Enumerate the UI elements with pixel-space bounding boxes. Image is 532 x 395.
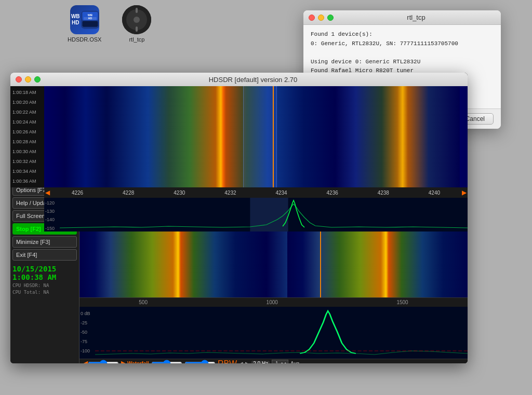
right-db-axis: 0 dB -25 -50 -75 -100 -125 -150: [81, 309, 96, 359]
smeter-area: -40 -20 +20 +40 S-Meter Squelch: [10, 86, 79, 156]
minimize-button[interactable]: [318, 15, 324, 21]
mode-am[interactable]: AM: [82, 88, 96, 96]
mode-fm[interactable]: FM: [115, 88, 128, 96]
afc-button[interactable]: AFC: [144, 173, 162, 182]
log-line-2: [311, 48, 494, 58]
wf-pos-slider-bot[interactable]: [88, 361, 119, 364]
mode-cw[interactable]: CW: [178, 88, 193, 96]
mode-ecs[interactable]: ECS: [97, 88, 114, 96]
freq-4230: 4230: [174, 190, 185, 196]
tune-freq-row: Tune 0004.234.300 ExtIO: [79, 119, 468, 141]
hdsdr-app-icon: WB HD: [70, 5, 99, 34]
soundcard-button[interactable]: Soundcard [F5]: [12, 158, 77, 170]
freq-4234: 4234: [275, 190, 287, 196]
hdsdr-main-window: HDSDR [default] version 2.70: [10, 73, 468, 363]
cpu-info: CPU HDSDR: NA CPU Total: NA: [10, 282, 79, 295]
waterfall-label-bot: Waterfall: [127, 361, 149, 363]
log-line-3: Using device 0: Generic RTL2832U: [311, 58, 494, 67]
agc-thresh-label: AGC Thresh.: [83, 150, 124, 156]
top-spectrum-display: -120 -130 -140 -150: [44, 198, 468, 231]
wf-stop-btn-bot[interactable]: ▶: [245, 361, 249, 363]
extio-button[interactable]: ExtIO: [444, 126, 464, 135]
volume-slider[interactable]: [126, 142, 464, 148]
top-db-130: -130: [45, 207, 55, 215]
svg-rect-5: [82, 21, 98, 26]
tune-freq-line: [320, 225, 321, 297]
pause-button[interactable]: ⏸: [110, 159, 125, 170]
zoom-button[interactable]: [327, 15, 334, 21]
svg-point-8: [134, 17, 140, 23]
bandwidth-button[interactable]: Bandwidth [F6]: [12, 171, 77, 183]
lo-indicator: A: [99, 104, 107, 113]
waterfall-ctrl-bot: ◀ ▶ Waterfall RBW ◀ ▶ 2.0 Hz 124 Avg: [79, 359, 468, 363]
db-0: 0 dB: [81, 309, 96, 318]
rbw-value-bot: 2.0 Hz: [251, 361, 270, 363]
lo-freq-row: LO A 0004.200.000 FreqMgr: [79, 98, 468, 119]
mode-drm[interactable]: DRM: [193, 88, 211, 96]
exit-button[interactable]: Exit [F4]: [12, 249, 77, 261]
db-50: -50: [81, 328, 96, 337]
mode-lsb[interactable]: LSB: [142, 88, 158, 96]
svg-text:-40: -40: [19, 131, 24, 135]
freq-tick-1: 1000: [267, 299, 278, 305]
desktop-icons-area: WB HD HDSDR.OSX rtl_tcp: [68, 5, 151, 43]
freqmgr-button[interactable]: FreqMgr: [437, 104, 464, 113]
desktop-icon-hdsdr[interactable]: WB HD HDSDR.OSX: [68, 5, 101, 43]
svg-text:WB: WB: [88, 13, 92, 17]
top-db-120: -120: [45, 199, 55, 207]
left-freq-arrow[interactable]: ◀: [45, 189, 50, 196]
volume-label: Volume: [83, 143, 124, 148]
freq-4232: 4232: [224, 190, 236, 196]
nb-if-button[interactable]: NB IF: [122, 173, 143, 182]
hdsdr-zoom-button[interactable]: [34, 76, 41, 83]
lo-frequency-display[interactable]: 0004.200.000: [110, 100, 434, 117]
top-db-140: -140: [45, 215, 55, 224]
wf-rbw-label-bot: RBW: [218, 359, 237, 364]
top-spectrum-svg: [60, 198, 468, 231]
hdsdr-title: HDSDR [default] version 2.70: [44, 76, 462, 84]
media-controls-row: ▶ ⏸ ■ ◀◀ ∞: [79, 157, 468, 172]
agc-thresh-slider[interactable]: [126, 149, 464, 156]
svg-text:S-Meter: S-Meter: [37, 105, 52, 110]
loop-button[interactable]: ∞: [159, 159, 172, 170]
right-nav-arrow-bot[interactable]: ▶: [121, 359, 125, 363]
wf-play-btn-bot[interactable]: ◀: [239, 361, 243, 363]
hdsdr-minimize-button[interactable]: [25, 76, 31, 83]
top-db-150: -150: [45, 224, 55, 231]
wf-level-slider-bot[interactable]: [151, 361, 182, 364]
hdsdr-close-button[interactable]: [16, 76, 22, 83]
nb-rf-button[interactable]: NB RF: [98, 173, 121, 182]
left-nav-arrow-bot[interactable]: ◀: [82, 359, 86, 363]
freq-4238: 4238: [378, 190, 389, 196]
svg-text:+20: +20: [51, 115, 58, 118]
rbw-select-bot[interactable]: 124: [272, 360, 288, 364]
minimize-sidebar-button[interactable]: Minimize [F3]: [12, 236, 77, 248]
log-line-0: Found 1 device(s):: [311, 30, 494, 39]
mode-usb[interactable]: USB: [159, 88, 177, 96]
rewind-button[interactable]: ◀◀: [139, 159, 158, 170]
rf-d-button[interactable]: RF+D: [163, 173, 183, 182]
play-button[interactable]: ▶: [96, 159, 109, 170]
nr-button[interactable]: NR: [83, 173, 97, 182]
record-button[interactable]: [83, 159, 94, 170]
wf-level-slider2-bot[interactable]: [184, 361, 216, 364]
lo-label: LO: [83, 104, 96, 113]
close-button[interactable]: [309, 15, 315, 21]
freq-tick-0: 500: [139, 299, 148, 305]
stop-media-button[interactable]: ■: [126, 159, 138, 170]
svg-text:-20: -20: [26, 118, 32, 121]
rtl-app-icon: [122, 5, 151, 34]
tune-frequency-display[interactable]: 0004.234.300: [107, 121, 441, 139]
right-freq-arrow[interactable]: ▶: [462, 189, 467, 196]
desktop-icon-rtl[interactable]: rtl_tcp: [122, 5, 151, 43]
waterfall-display-area: 500 1000 1500 0 dB -25 -50 -75 -100: [79, 225, 468, 363]
mode-im[interactable]: IM: [129, 88, 141, 96]
freq-4226: 4226: [72, 190, 83, 196]
main-waterfall: [79, 225, 468, 297]
dsp-row-1: NR NB RF NB IF AFC RF+D: [79, 172, 468, 184]
db-25: -25: [81, 318, 96, 328]
freq-tick-2: 1500: [396, 299, 408, 305]
db-100: -100: [81, 346, 96, 356]
avg-label-bot: Avg: [290, 361, 299, 363]
sliders-row: Volume AGC Thresh.: [79, 141, 468, 157]
